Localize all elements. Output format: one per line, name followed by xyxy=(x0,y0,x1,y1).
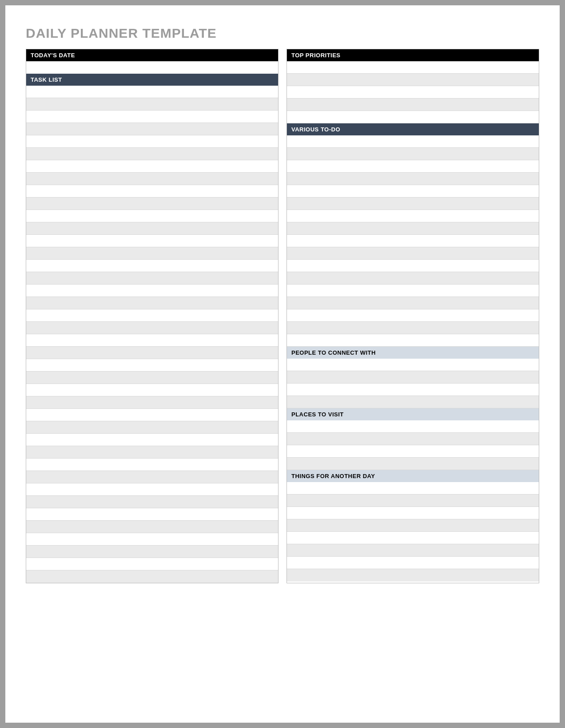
todo-row[interactable] xyxy=(287,222,539,235)
priority-row[interactable] xyxy=(287,111,539,123)
planner-page: DAILY PLANNER TEMPLATE TODAY'S DATE TASK… xyxy=(5,5,560,723)
todo-row[interactable] xyxy=(287,297,539,309)
task-row[interactable] xyxy=(26,546,278,558)
todo-row[interactable] xyxy=(287,322,539,334)
anotherday-row[interactable] xyxy=(287,495,539,507)
task-row[interactable] xyxy=(26,210,278,222)
task-row[interactable] xyxy=(26,322,278,334)
task-row[interactable] xyxy=(26,98,278,111)
todo-row[interactable] xyxy=(287,309,539,322)
task-row[interactable] xyxy=(26,434,278,446)
anotherday-row[interactable] xyxy=(287,569,539,582)
various-todo-header: VARIOUS TO-DO xyxy=(287,123,539,135)
task-row[interactable] xyxy=(26,446,278,459)
people-connect-header: PEOPLE TO CONNECT WITH xyxy=(287,347,539,359)
task-row[interactable] xyxy=(26,235,278,247)
task-row[interactable] xyxy=(26,198,278,210)
left-column: TODAY'S DATE TASK LIST xyxy=(26,49,279,583)
task-row[interactable] xyxy=(26,508,278,521)
todo-row[interactable] xyxy=(287,285,539,297)
todays-date-row[interactable] xyxy=(26,61,278,74)
task-row[interactable] xyxy=(26,86,278,98)
columns-container: TODAY'S DATE TASK LIST xyxy=(26,49,539,583)
people-row[interactable] xyxy=(287,371,539,384)
task-row[interactable] xyxy=(26,260,278,272)
task-row[interactable] xyxy=(26,496,278,508)
task-row[interactable] xyxy=(26,471,278,483)
task-row[interactable] xyxy=(26,148,278,160)
todo-row[interactable] xyxy=(287,235,539,247)
todo-row[interactable] xyxy=(287,198,539,210)
task-row[interactable] xyxy=(26,409,278,421)
task-row[interactable] xyxy=(26,160,278,173)
places-visit-header: PLACES TO VISIT xyxy=(287,408,539,420)
things-another-day-header: THINGS FOR ANOTHER DAY xyxy=(287,470,539,482)
priority-row[interactable] xyxy=(287,61,539,74)
task-row[interactable] xyxy=(26,570,278,583)
page-title: DAILY PLANNER TEMPLATE xyxy=(26,26,539,41)
right-column: TOP PRIORITIES VARIOUS TO-DO PEO xyxy=(286,49,539,583)
task-row[interactable] xyxy=(26,247,278,260)
todo-row[interactable] xyxy=(287,173,539,185)
task-row[interactable] xyxy=(26,297,278,309)
todo-row[interactable] xyxy=(287,160,539,173)
people-row[interactable] xyxy=(287,359,539,371)
task-row[interactable] xyxy=(26,309,278,322)
task-row[interactable] xyxy=(26,222,278,235)
people-row[interactable] xyxy=(287,396,539,408)
places-row[interactable] xyxy=(287,433,539,445)
todo-row[interactable] xyxy=(287,148,539,160)
task-row[interactable] xyxy=(26,359,278,372)
todo-row[interactable] xyxy=(287,260,539,272)
task-row[interactable] xyxy=(26,173,278,185)
priority-row[interactable] xyxy=(287,99,539,111)
todo-row[interactable] xyxy=(287,210,539,222)
task-row[interactable] xyxy=(26,135,278,148)
todo-row[interactable] xyxy=(287,334,539,347)
anotherday-row[interactable] xyxy=(287,482,539,495)
anotherday-row[interactable] xyxy=(287,507,539,519)
priority-row[interactable] xyxy=(287,74,539,86)
places-row[interactable] xyxy=(287,458,539,470)
task-row[interactable] xyxy=(26,272,278,285)
task-row[interactable] xyxy=(26,459,278,471)
task-list-header: TASK LIST xyxy=(26,74,278,86)
todo-row[interactable] xyxy=(287,272,539,285)
task-row[interactable] xyxy=(26,384,278,396)
task-row[interactable] xyxy=(26,396,278,409)
task-row[interactable] xyxy=(26,483,278,496)
todo-row[interactable] xyxy=(287,185,539,198)
todo-row[interactable] xyxy=(287,247,539,260)
anotherday-row[interactable] xyxy=(287,557,539,569)
places-row[interactable] xyxy=(287,420,539,433)
anotherday-row[interactable] xyxy=(287,532,539,544)
todo-row[interactable] xyxy=(287,135,539,148)
task-row[interactable] xyxy=(26,421,278,434)
people-row[interactable] xyxy=(287,384,539,396)
task-row[interactable] xyxy=(26,185,278,198)
task-row[interactable] xyxy=(26,334,278,347)
task-row[interactable] xyxy=(26,372,278,384)
priority-row[interactable] xyxy=(287,86,539,99)
top-priorities-header: TOP PRIORITIES xyxy=(287,49,539,61)
places-row[interactable] xyxy=(287,445,539,458)
task-row[interactable] xyxy=(26,347,278,359)
task-row[interactable] xyxy=(26,533,278,546)
task-row[interactable] xyxy=(26,521,278,533)
todays-date-header: TODAY'S DATE xyxy=(26,49,278,61)
anotherday-row[interactable] xyxy=(287,544,539,557)
task-row[interactable] xyxy=(26,558,278,570)
task-row[interactable] xyxy=(26,285,278,297)
task-row[interactable] xyxy=(26,111,278,123)
task-row[interactable] xyxy=(26,123,278,135)
anotherday-row[interactable] xyxy=(287,519,539,532)
